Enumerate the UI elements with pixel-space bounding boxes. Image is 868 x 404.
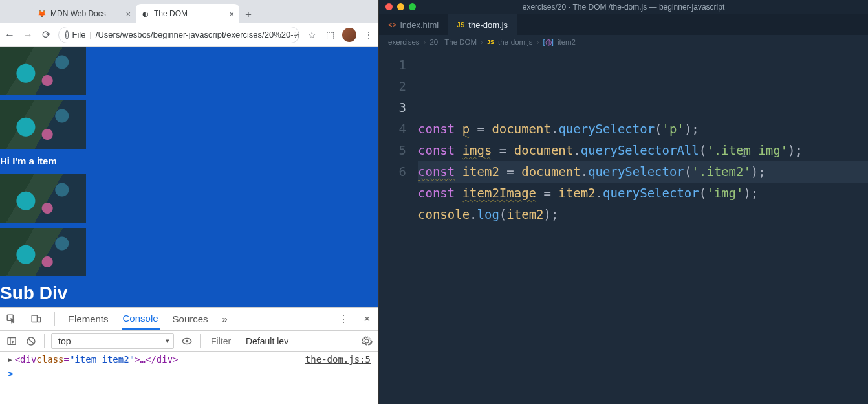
vscode-editor[interactable]: 123456 I const p = document.querySelecto… <box>379 49 868 404</box>
log-tag: <div <box>15 354 37 365</box>
console-output: ▶ <div class = "item item2" >…</div> the… <box>0 352 378 404</box>
tab-filename: the-dom.js <box>468 20 508 30</box>
devtools-tab-sources[interactable]: Sources <box>171 309 210 328</box>
code-area[interactable]: I const p = document.querySelector('p');… <box>418 49 868 404</box>
favicon-icon: 🦊 <box>38 9 47 18</box>
vscode-editor-tabs: <> index.html JS the-dom.js <box>379 14 868 35</box>
console-toolbar: top Default lev <box>0 331 378 352</box>
line-gutter: 123456 <box>379 49 418 404</box>
log-attr-value: "item item2" <box>69 354 135 365</box>
browser-tab-thedom[interactable]: ◐ The DOM × <box>136 4 239 23</box>
console-settings-icon[interactable] <box>360 335 373 348</box>
vscode-breadcrumb[interactable]: exercises› 20 - The DOM› JS the-dom.js› … <box>379 35 868 49</box>
device-mode-icon[interactable] <box>30 313 43 326</box>
vscode-title-text: exercises/20 - The DOM /the-dom.js — beg… <box>523 3 725 12</box>
browser-toolbar: ← → ⟳ i File | /Users/wesbos/beginner-ja… <box>0 23 378 47</box>
item-image <box>0 228 86 276</box>
window-controls[interactable] <box>385 3 416 10</box>
devtools-panel: Elements Console Sources » ⋮ ✕ top <box>0 307 378 404</box>
log-source-link[interactable]: the-dom.js:5 <box>305 354 371 365</box>
extension-icon[interactable]: ⬚ <box>324 29 336 41</box>
page-viewport: Hi I'm a item Sub Div <box>0 47 378 307</box>
html-file-icon: <> <box>388 21 396 28</box>
browser-tabstrip: 🦊 MDN Web Docs × ◐ The DOM × ＋ <box>0 0 378 23</box>
url-scheme: File <box>72 30 86 39</box>
vscode-window: exercises/20 - The DOM /the-dom.js — beg… <box>379 0 868 404</box>
editor-tab-index-html[interactable]: <> index.html <box>379 14 448 35</box>
bookmark-star-icon[interactable]: ☆ <box>306 29 318 41</box>
item-image <box>0 47 86 95</box>
svg-rect-3 <box>8 337 16 344</box>
log-tag-end: >…</div> <box>135 354 178 365</box>
clear-console-icon[interactable] <box>25 335 38 348</box>
svg-rect-1 <box>32 315 37 322</box>
address-bar[interactable]: i File | /Users/wesbos/beginner-javascri… <box>58 27 299 43</box>
new-tab-button[interactable]: ＋ <box>239 5 257 23</box>
js-file-icon: JS <box>457 21 464 28</box>
text-cursor-icon: I <box>741 143 747 164</box>
profile-avatar[interactable] <box>342 28 356 42</box>
svg-rect-2 <box>38 317 41 322</box>
devtools-tab-overflow[interactable]: » <box>221 309 229 328</box>
live-expression-icon[interactable] <box>180 335 193 348</box>
back-button[interactable]: ← <box>4 29 16 41</box>
tab-filename: index.html <box>400 20 439 30</box>
svg-point-6 <box>186 339 189 342</box>
console-prompt[interactable]: > <box>8 368 371 379</box>
tab-title: MDN Web Docs <box>50 9 106 18</box>
vscode-titlebar: exercises/20 - The DOM /the-dom.js — beg… <box>379 0 868 14</box>
close-tab-icon[interactable]: × <box>125 9 131 19</box>
forward-button[interactable]: → <box>22 29 34 41</box>
zoom-window-icon[interactable] <box>409 3 416 10</box>
favicon-icon: ◐ <box>141 9 150 18</box>
site-info-icon[interactable]: i <box>65 30 69 39</box>
chrome-window: 🦊 MDN Web Docs × ◐ The DOM × ＋ ← → ⟳ i F… <box>0 0 379 404</box>
log-attr: class <box>36 354 63 365</box>
minimize-window-icon[interactable] <box>397 3 404 10</box>
reload-button[interactable]: ⟳ <box>40 29 52 41</box>
console-level-select[interactable]: Default lev <box>246 336 288 346</box>
item-image <box>0 100 86 149</box>
console-sidebar-icon[interactable] <box>5 335 18 348</box>
url-path: /Users/wesbos/beginner-javascript/exerci… <box>96 30 299 39</box>
devtools-tab-console[interactable]: Console <box>122 309 160 330</box>
console-context-select[interactable]: top <box>51 333 174 349</box>
item-image <box>0 174 86 223</box>
inspect-element-icon[interactable] <box>5 313 18 326</box>
close-window-icon[interactable] <box>385 3 393 10</box>
subdiv-heading: Sub Div <box>0 283 378 304</box>
devtools-tab-elements[interactable]: Elements <box>67 309 110 328</box>
browser-menu-icon[interactable]: ⋮ <box>363 29 374 41</box>
devtools-close-icon[interactable]: ✕ <box>360 313 373 326</box>
console-log-row[interactable]: ▶ <div class = "item item2" >…</div> the… <box>8 354 371 365</box>
devtools-tabbar: Elements Console Sources » ⋮ ✕ <box>0 308 378 331</box>
expand-icon[interactable]: ▶ <box>8 355 12 364</box>
tab-title: The DOM <box>154 9 188 18</box>
item-heading: Hi I'm a item <box>0 155 378 166</box>
devtools-menu-icon[interactable]: ⋮ <box>337 313 350 326</box>
editor-tab-the-dom-js[interactable]: JS the-dom.js <box>448 14 517 35</box>
close-tab-icon[interactable]: × <box>229 9 234 19</box>
console-filter-input[interactable] <box>207 333 239 349</box>
browser-tab-mdn[interactable]: 🦊 MDN Web Docs × <box>32 4 136 23</box>
